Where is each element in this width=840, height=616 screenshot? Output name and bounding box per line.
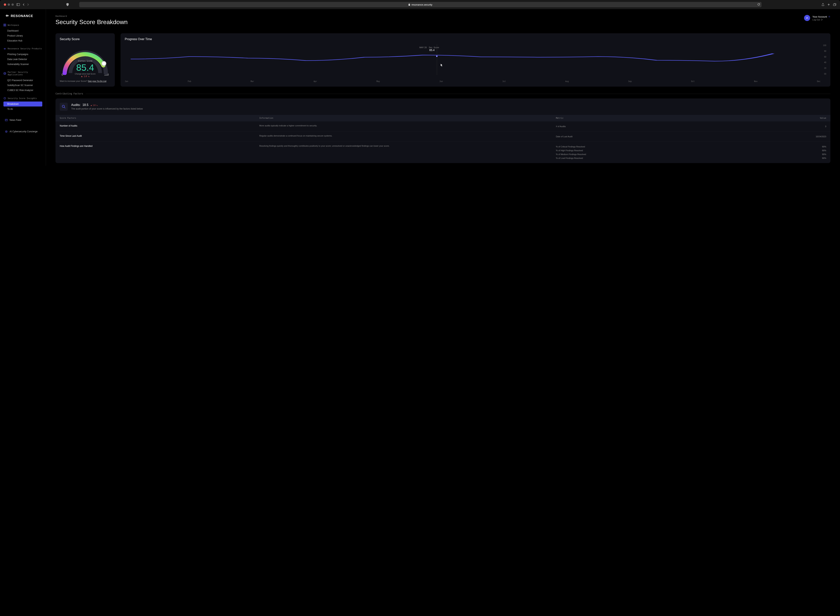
gauge-change: ▲ 1.8 ↘ [60, 75, 110, 78]
score-footer: Want to increase your Score? See your To… [60, 80, 110, 82]
column-header: Information [255, 115, 552, 122]
svg-rect-7 [5, 25, 6, 26]
x-tick: Apr [313, 80, 317, 82]
svg-rect-6 [4, 25, 4, 26]
gear-icon[interactable] [828, 16, 830, 18]
svg-rect-0 [17, 3, 20, 6]
x-tick: Sep [628, 80, 632, 82]
sidebar-toggle-icon[interactable] [16, 3, 20, 6]
score-card-title: Security Score [60, 37, 110, 41]
factor-values: 3 [738, 122, 830, 132]
back-button[interactable] [23, 3, 25, 6]
column-header: Score Factors [56, 115, 255, 122]
nav-news-feed[interactable]: News Feed [3, 117, 42, 123]
chart-highlight-dot [436, 56, 438, 57]
factor-name: Time Since Last Audit [56, 132, 255, 142]
y-tick: 80 [823, 50, 826, 52]
x-tick: Feb [188, 80, 191, 82]
svg-rect-3 [833, 4, 836, 6]
nav-item-cube3-sc-risk-analyzer[interactable]: CUBE3 SC Risk Analyzer [3, 88, 42, 93]
nav-item-dashboard[interactable]: Dashboard [3, 28, 42, 33]
factor-name: How Audit Findings are Handled [56, 142, 255, 163]
svg-line-20 [64, 107, 65, 108]
minimize-window-button[interactable] [8, 3, 10, 6]
svg-point-19 [62, 105, 65, 107]
sidebar: RESONANCE WorkspaceDashboardProduct Libr… [0, 9, 46, 166]
tabs-icon[interactable] [833, 3, 836, 6]
share-icon[interactable] [822, 3, 824, 6]
factor-info: More audits typically indicate a higher … [255, 122, 552, 132]
chart-tooltip: MAY 28 Sec. Score 65.4 [419, 46, 439, 51]
nav-item-qci-password-generator[interactable]: QCI Password Generator [3, 78, 42, 83]
x-tick: Jul [502, 80, 506, 82]
todo-link[interactable]: See your To-Do List [88, 80, 106, 82]
shield-icon[interactable] [66, 3, 69, 6]
x-axis: JanFebMarAprMayJunJulAugSepOctNovDec [125, 79, 826, 82]
new-tab-icon[interactable] [827, 3, 830, 6]
avatar[interactable]: IA [804, 15, 810, 21]
nav-item-solidityscan-sc-scanner[interactable]: SolidityScan SC Scanner [3, 83, 42, 88]
nav-item-phishing-campaigns[interactable]: Phishing Campaigns [3, 52, 42, 57]
triangle-up-icon: ▲ [90, 104, 92, 106]
progress-card-title: Progress Over Time [125, 37, 826, 41]
forward-button[interactable] [27, 3, 29, 6]
account-box[interactable]: IA Your Account Log Out [804, 15, 830, 21]
nav-item-breakdown[interactable]: Breakdown [3, 101, 42, 107]
maximize-window-button[interactable] [12, 3, 14, 6]
ai-icon [5, 130, 8, 133]
search-icon [60, 103, 68, 111]
arrow-down-right-icon: ↘ [88, 75, 90, 78]
line-chart-svg [125, 44, 791, 75]
line-chart[interactable]: MAY 28 Sec. Score 65.4 1008060402000 [125, 44, 826, 79]
factors-card: Audits: 18.5 ▲ 1.8 ↘ The audit portion o… [56, 98, 830, 163]
logout-icon [821, 19, 823, 21]
nav-item-vulnerability-scanner[interactable]: Vulnerability Scanner [3, 62, 42, 67]
svg-rect-5 [5, 24, 6, 25]
column-header: Value [738, 115, 830, 122]
audits-label: Audits: [71, 103, 81, 107]
audits-desc: The audit portion of your score is influ… [71, 107, 143, 110]
svg-point-17 [829, 16, 830, 17]
url-bar[interactable]: resonance.security [79, 2, 762, 7]
breadcrumb[interactable]: Dashboard [56, 15, 128, 18]
y-tick: 00 [823, 73, 826, 75]
progress-card: Progress Over Time MAY 28 Sec. Score 65.… [121, 33, 830, 87]
x-tick: Jun [439, 80, 443, 82]
lock-icon [408, 3, 410, 6]
brand-name: RESONANCE [11, 14, 33, 18]
factor-info: Resolving findings quickly and thoroughl… [255, 142, 552, 163]
svg-rect-12 [5, 119, 7, 121]
svg-rect-4 [4, 24, 4, 25]
svg-point-15 [5, 131, 7, 132]
logo-wave-icon [5, 14, 9, 18]
factors-table: Score FactorsInformationMetricValue Numb… [56, 115, 830, 163]
close-window-button[interactable] [4, 3, 6, 6]
nav-item-education-hub[interactable]: Education Hub [3, 38, 42, 43]
gauge-current-label: Current Score [60, 60, 110, 62]
logout-button[interactable]: Log Out [812, 19, 830, 21]
refresh-icon[interactable] [757, 3, 760, 6]
contributing-heading: Contributing Factors [56, 92, 830, 95]
factor-metrics: % of Critical Findings Resolved% of High… [552, 142, 738, 163]
page-title: Security Score Breakdown [56, 19, 128, 26]
nav-ai-concierge[interactable]: AI Cybersecurity Concierge [3, 129, 42, 134]
main-content: Dashboard Security Score Breakdown IA Yo… [46, 9, 840, 166]
account-name[interactable]: Your Account [812, 15, 830, 18]
x-tick: Oct [691, 80, 694, 82]
svg-rect-2 [409, 4, 410, 6]
cursor-icon [440, 63, 443, 67]
factor-metrics: Date of Last Audit [552, 132, 738, 142]
factor-info: Regular audits demonstrate a continued f… [255, 132, 552, 142]
table-row: Time Since Last AuditRegular audits demo… [56, 132, 830, 142]
logo[interactable]: RESONANCE [5, 14, 42, 18]
nav-item-to-do[interactable]: To do [3, 107, 42, 111]
security-score-card: Security Score [56, 33, 115, 87]
y-axis: 1008060402000 [823, 44, 826, 75]
page-header: Dashboard Security Score Breakdown IA Yo… [56, 15, 830, 26]
nav-item-product-library[interactable]: Product Library [3, 33, 42, 38]
nav-item-data-leak-detector[interactable]: Data Leak Detector [3, 57, 42, 62]
triangle-up-icon: ▲ [81, 75, 83, 78]
nav-section-header: Resonance Security Products [3, 47, 42, 50]
audits-score: 18.5 [82, 103, 88, 107]
svg-point-8 [4, 72, 6, 75]
